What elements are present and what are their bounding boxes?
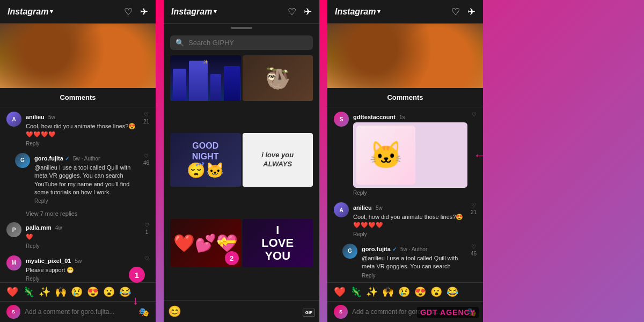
gif-hearts[interactable]: ❤️💕💝 2 ↓ <box>170 219 241 267</box>
gif-city-label: ✨ <box>203 60 208 64</box>
header-icons-2: ♡ ✈ <box>288 6 312 18</box>
comment-text: ❤️ <box>26 233 140 241</box>
comment-reply[interactable]: Reply <box>26 141 139 147</box>
gif-i-love[interactable]: ILOVEYOU <box>243 219 313 267</box>
like-heart-icon[interactable]: ♡ <box>144 255 149 261</box>
gif-image-container: 🐱 ← 3 <box>353 122 467 188</box>
step-badge-1: 1 <box>129 267 145 283</box>
comment-item: G goro.fujita ✓ 5w · Author @anilieu I u… <box>15 153 149 204</box>
emoji-3-5[interactable]: 😢 <box>398 286 410 298</box>
avatar-placeholder: A <box>6 112 21 127</box>
emoji-3-2[interactable]: 🦎 <box>350 286 362 298</box>
reply-p3-2[interactable]: Reply <box>362 273 466 279</box>
post-image <box>0 24 156 88</box>
reply-p3-1[interactable]: Reply <box>353 231 466 237</box>
username-p3-1: anilieu 5w <box>353 204 383 211</box>
emoji-3-8[interactable]: 😂 <box>447 286 458 298</box>
comment-like: ♡ 21 <box>143 112 149 125</box>
gif-like: ♡ <box>472 112 477 118</box>
comment-content: palla.mm 4w ❤️ Reply <box>26 222 140 248</box>
header-icons: ♡ ✈ <box>124 6 148 18</box>
instagram-logo: Instagram ▾ <box>8 7 53 17</box>
giphy-search-input[interactable] <box>188 39 308 47</box>
emoji-3-6[interactable]: 😍 <box>414 286 426 298</box>
gif-sloth[interactable]: 🦥 <box>243 55 313 101</box>
giphy-face-icon[interactable]: 😊 <box>168 305 181 318</box>
gif-goodnight[interactable]: GOODNIGHT 😴🐱 <box>170 133 241 187</box>
comment-input[interactable] <box>25 308 134 316</box>
like-icon-p3-2[interactable]: ♡ <box>471 244 476 250</box>
emoji-3-4[interactable]: 🙌 <box>382 286 394 298</box>
comment-text: @anilieu I use a tool called Quill with … <box>34 164 139 197</box>
gif-reply[interactable]: Reply <box>353 190 467 196</box>
like-p3-1: ♡ 21 <box>471 202 477 215</box>
messenger-icon[interactable]: ✈ <box>140 6 148 18</box>
comment-input-avatar-3: S <box>334 305 348 319</box>
avatar: A <box>6 112 21 127</box>
comment-item: M mystic_pixel_01 5w Please support 😁 Re… <box>6 255 149 282</box>
like-heart-icon[interactable]: ♡ <box>144 112 149 118</box>
logo-text-2: Instagram <box>171 7 212 17</box>
panel3-header: Instagram ▾ ♡ ✈ <box>327 0 483 24</box>
like-p3-2: ♡ 46 <box>471 244 477 257</box>
messenger-icon-3[interactable]: ✈ <box>467 6 475 18</box>
like-heart-icon[interactable]: ♡ <box>144 222 149 228</box>
giphy-bottom-bar: 😊 GIF <box>164 300 319 322</box>
hearts-emoji: ❤️💕💝 <box>173 233 238 253</box>
panel-2-giphy: Instagram ▾ ♡ ✈ 🔍 ✨ 🦥 GOODNIGHT 😴 <box>164 0 319 322</box>
panel-3: Instagram ▾ ♡ ✈ Comments S gdttestaccoun… <box>327 0 483 322</box>
like-icon-p3-1[interactable]: ♡ <box>471 202 476 208</box>
messenger-icon-2[interactable]: ✈ <box>304 6 312 18</box>
comments-header: Comments <box>0 88 156 107</box>
badge-1: 1 <box>129 267 145 283</box>
emoji-5[interactable]: 😢 <box>71 286 83 298</box>
heart-icon[interactable]: ♡ <box>124 6 133 18</box>
emoji-7[interactable]: 😮 <box>103 286 115 298</box>
avatar: G <box>15 153 30 168</box>
comment-username: anilieu 5w <box>26 114 55 120</box>
giphy-search-bar[interactable]: 🔍 <box>170 35 313 50</box>
emoji-3-3[interactable]: ✨ <box>366 286 378 298</box>
comments-header-3: Comments <box>327 88 483 107</box>
emoji-6[interactable]: 😍 <box>87 286 99 298</box>
logo-text: Instagram <box>8 7 48 17</box>
gif-cat-image: 🐱 <box>356 126 415 185</box>
comment-text: Please support 😁 <box>26 266 140 274</box>
gif-city[interactable]: ✨ <box>170 55 241 101</box>
chevron-icon: ▾ <box>50 8 53 15</box>
view-more-replies[interactable]: View 7 more replies <box>26 210 149 217</box>
emoji-3-7[interactable]: 😮 <box>430 286 442 298</box>
heart-icon-2[interactable]: ♡ <box>288 6 296 18</box>
giphy-icon[interactable]: 🎭 <box>138 307 149 317</box>
emoji-3[interactable]: ✨ <box>39 286 50 298</box>
arrow-left-icon: ← <box>473 148 483 163</box>
panel1-header: Instagram ▾ ♡ ✈ <box>0 0 156 24</box>
emoji-3-heart[interactable]: ❤️ <box>334 286 346 298</box>
arrow-down-icon: ↓ <box>133 294 138 308</box>
emoji-4[interactable]: 🙌 <box>55 286 67 298</box>
avatar-placeholder: G <box>15 153 30 168</box>
instagram-logo-2: Instagram ▾ <box>171 7 217 17</box>
emoji-2[interactable]: 🦎 <box>23 286 34 298</box>
gif-sender-name: gdttestaccount 1s <box>353 114 405 120</box>
like-heart-icon[interactable]: ♡ <box>144 153 149 159</box>
chevron-icon-3: ▾ <box>377 8 380 15</box>
avatar-p3-2: G <box>342 244 357 259</box>
gif-reply-item: S gdttestaccount 1s 🐱 ← 3 <box>334 112 477 196</box>
comment-username: goro.fujita ✓ 5w · Author <box>34 155 100 162</box>
emoji-heart[interactable]: ❤️ <box>6 286 18 298</box>
comment-reply[interactable]: Reply <box>34 198 139 204</box>
gif-love-always[interactable]: i love youALWAYS <box>243 133 313 187</box>
comment-reply[interactable]: Reply <box>26 243 140 249</box>
drag-handle[interactable] <box>231 27 252 29</box>
avatar-placeholder: M <box>6 255 21 270</box>
goodnight-text: GOODNIGHT <box>192 141 219 161</box>
emoji-8[interactable]: 😂 <box>119 286 131 298</box>
heart-icon-3[interactable]: ♡ <box>451 6 460 18</box>
like-heart-icon-3[interactable]: ♡ <box>472 112 477 118</box>
comment-content-p3-2: goro.fujita ✓ 5w · Author @anilieu I use… <box>362 244 466 279</box>
avatar-p3-1: A <box>334 202 349 217</box>
comment-reply[interactable]: Reply <box>26 276 140 282</box>
comment-item: P palla.mm 4w ❤️ Reply ♡ 1 <box>6 222 149 248</box>
comment-like: ♡ <box>144 255 149 261</box>
